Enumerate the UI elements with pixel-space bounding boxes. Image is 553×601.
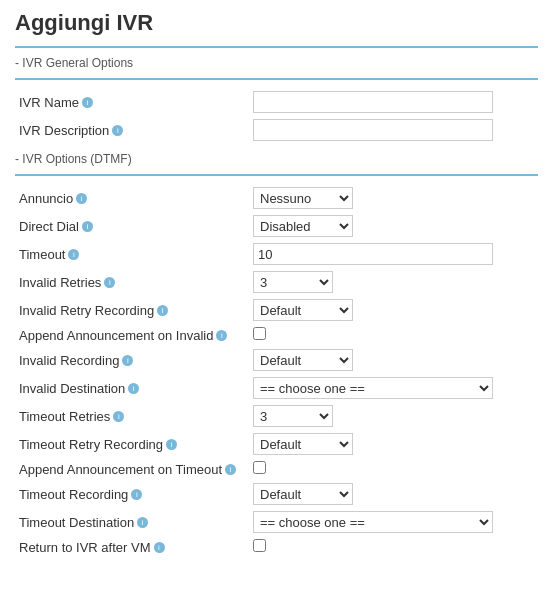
invalid-destination-info-icon: i (128, 383, 139, 394)
divider-general (15, 78, 538, 80)
direct-dial-info-icon: i (82, 221, 93, 232)
timeout-info-icon: i (68, 249, 79, 260)
timeout-recording-select[interactable]: Default (253, 483, 353, 505)
append-announcement-invalid-label: Append Announcement on Invalid i (19, 328, 227, 343)
return-to-ivr-info-icon: i (154, 542, 165, 553)
timeout-retries-label: Timeout Retries i (19, 409, 124, 424)
invalid-retry-recording-row: Invalid Retry Recording i Default (15, 296, 538, 324)
invalid-recording-select[interactable]: Default (253, 349, 353, 371)
annuncio-info-icon: i (76, 193, 87, 204)
divider-options (15, 174, 538, 176)
annuncio-row: Annuncio i Nessuno (15, 184, 538, 212)
ivr-name-info-icon: i (82, 97, 93, 108)
timeout-input[interactable] (253, 243, 493, 265)
append-announcement-timeout-label: Append Announcement on Timeout i (19, 462, 236, 477)
ivr-description-input[interactable] (253, 119, 493, 141)
return-to-ivr-row: Return to IVR after VM i (15, 536, 538, 558)
timeout-retry-recording-row: Timeout Retry Recording i Default (15, 430, 538, 458)
timeout-destination-label: Timeout Destination i (19, 515, 148, 530)
invalid-destination-label: Invalid Destination i (19, 381, 139, 396)
direct-dial-label: Direct Dial i (19, 219, 93, 234)
timeout-destination-select[interactable]: == choose one == (253, 511, 493, 533)
timeout-retry-recording-select[interactable]: Default (253, 433, 353, 455)
invalid-retry-recording-select[interactable]: Default (253, 299, 353, 321)
annuncio-select[interactable]: Nessuno (253, 187, 353, 209)
timeout-label: Timeout i (19, 247, 79, 262)
timeout-recording-row: Timeout Recording i Default (15, 480, 538, 508)
append-announcement-invalid-info-icon: i (216, 330, 227, 341)
append-announcement-timeout-info-icon: i (225, 464, 236, 475)
timeout-retries-row: Timeout Retries i 3 (15, 402, 538, 430)
invalid-destination-row: Invalid Destination i == choose one == (15, 374, 538, 402)
append-announcement-timeout-checkbox[interactable] (253, 461, 266, 474)
section-options: - IVR Options (DTMF) (15, 152, 538, 166)
timeout-destination-info-icon: i (137, 517, 148, 528)
invalid-recording-label: Invalid Recording i (19, 353, 133, 368)
return-to-ivr-label: Return to IVR after VM i (19, 540, 165, 555)
direct-dial-row: Direct Dial i Disabled (15, 212, 538, 240)
invalid-recording-row: Invalid Recording i Default (15, 346, 538, 374)
ivr-name-label: IVR Name i (19, 95, 93, 110)
page-title: Aggiungi IVR (15, 10, 538, 36)
ivr-name-input[interactable] (253, 91, 493, 113)
invalid-retries-select[interactable]: 3 (253, 271, 333, 293)
invalid-retries-row: Invalid Retries i 3 (15, 268, 538, 296)
timeout-retry-recording-label: Timeout Retry Recording i (19, 437, 177, 452)
ivr-description-info-icon: i (112, 125, 123, 136)
ivr-name-row: IVR Name i (15, 88, 538, 116)
return-to-ivr-checkbox[interactable] (253, 539, 266, 552)
timeout-row: Timeout i (15, 240, 538, 268)
invalid-retry-recording-info-icon: i (157, 305, 168, 316)
invalid-retries-info-icon: i (104, 277, 115, 288)
timeout-recording-label: Timeout Recording i (19, 487, 142, 502)
divider-top (15, 46, 538, 48)
invalid-recording-info-icon: i (122, 355, 133, 366)
timeout-recording-info-icon: i (131, 489, 142, 500)
section-general: - IVR General Options (15, 56, 538, 70)
timeout-destination-row: Timeout Destination i == choose one == (15, 508, 538, 536)
append-announcement-invalid-row: Append Announcement on Invalid i (15, 324, 538, 346)
timeout-retries-info-icon: i (113, 411, 124, 422)
annuncio-label: Annuncio i (19, 191, 87, 206)
general-options-table: IVR Name i IVR Description i (15, 88, 538, 144)
invalid-destination-select[interactable]: == choose one == (253, 377, 493, 399)
direct-dial-select[interactable]: Disabled (253, 215, 353, 237)
invalid-retry-recording-label: Invalid Retry Recording i (19, 303, 168, 318)
append-announcement-timeout-row: Append Announcement on Timeout i (15, 458, 538, 480)
dtmf-options-table: Annuncio i Nessuno Direct Dial i Disable… (15, 184, 538, 558)
timeout-retry-recording-info-icon: i (166, 439, 177, 450)
timeout-retries-select[interactable]: 3 (253, 405, 333, 427)
append-announcement-invalid-checkbox[interactable] (253, 327, 266, 340)
ivr-description-row: IVR Description i (15, 116, 538, 144)
ivr-description-label: IVR Description i (19, 123, 123, 138)
invalid-retries-label: Invalid Retries i (19, 275, 115, 290)
